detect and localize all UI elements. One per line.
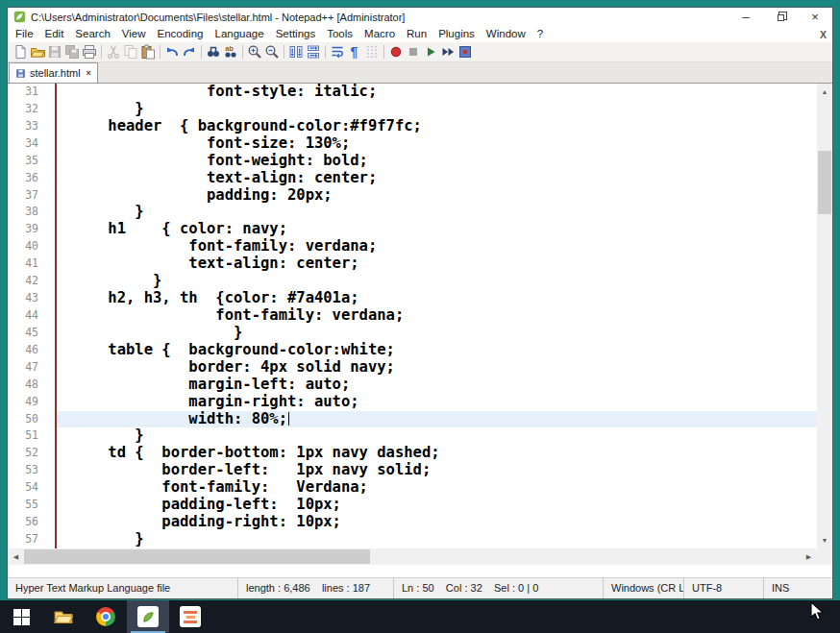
sync-horizontal-button[interactable] — [305, 43, 322, 61]
line-number[interactable]: 39 — [8, 221, 50, 238]
editor-area[interactable]: 3132333435363738394041424344454647484950… — [8, 84, 832, 548]
line-number[interactable]: 36 — [8, 170, 50, 187]
taskbar-file-explorer-button[interactable] — [42, 600, 85, 633]
word-wrap-button[interactable] — [329, 43, 346, 61]
line-number[interactable]: 45 — [8, 325, 50, 342]
line-number[interactable]: 52 — [8, 445, 50, 462]
menu-item-tools[interactable]: Tools — [321, 26, 358, 42]
line-number[interactable]: 54 — [8, 479, 50, 497]
notepadpp-icon — [137, 606, 159, 627]
run-macro-multi-button[interactable] — [439, 43, 457, 61]
line-number[interactable]: 35 — [8, 153, 50, 170]
menu-item-search[interactable]: Search — [69, 26, 115, 42]
taskbar-orange-document-button[interactable] — [169, 600, 211, 633]
code-line-text: padding: 20px; — [72, 186, 333, 204]
sync-vertical-icon — [288, 44, 304, 60]
menubar-close-doc-button[interactable]: X — [820, 29, 827, 40]
line-number[interactable]: 53 — [8, 462, 50, 479]
line-number[interactable]: 50 — [8, 411, 50, 428]
taskbar-start-button[interactable] — [0, 600, 42, 633]
line-number[interactable]: 33 — [8, 118, 50, 135]
line-number[interactable]: 49 — [8, 394, 50, 411]
taskbar-chrome-button[interactable] — [85, 600, 127, 633]
line-number[interactable]: 44 — [8, 307, 50, 325]
replace-button[interactable]: ab — [222, 43, 239, 61]
find-button[interactable] — [205, 43, 222, 61]
menu-item-run[interactable]: Run — [401, 26, 432, 42]
save-all-button — [63, 43, 81, 61]
line-number[interactable]: 40 — [8, 238, 50, 256]
line-number[interactable]: 48 — [8, 377, 50, 394]
open-button[interactable] — [29, 43, 46, 61]
redo-button[interactable] — [181, 43, 198, 61]
line-number[interactable]: 42 — [8, 273, 50, 290]
horizontal-scroll-thumb[interactable] — [24, 549, 370, 564]
status-cursor-position: Ln : 50 Col : 32 Sel : 0 | 0 — [394, 578, 604, 598]
scroll-down-arrow-icon[interactable]: ▼ — [817, 532, 832, 548]
minimize-button[interactable]: – — [729, 8, 763, 26]
status-insert-mode[interactable]: INS — [764, 578, 832, 598]
code-line-text: h1 { color: navy; — [72, 220, 287, 237]
scroll-up-arrow-icon[interactable]: ▲ — [817, 84, 832, 100]
line-number[interactable]: 56 — [8, 514, 50, 531]
line-number[interactable]: 55 — [8, 497, 50, 514]
taskbar-notepad-plus-plus-button[interactable] — [127, 600, 169, 633]
play-macro-button[interactable] — [422, 43, 439, 61]
vertical-scrollbar[interactable]: ▲ ▼ — [817, 84, 832, 548]
paste-button[interactable] — [139, 43, 157, 61]
save-macro-button[interactable] — [457, 43, 474, 61]
line-number[interactable]: 51 — [8, 427, 50, 445]
copy-button — [122, 43, 139, 61]
menu-item-encoding[interactable]: Encoding — [152, 26, 210, 42]
show-all-chars-button[interactable]: ¶ — [346, 43, 363, 61]
line-number[interactable]: 43 — [8, 290, 50, 307]
zoom-in-button[interactable] — [246, 43, 263, 61]
indent-guide-button[interactable] — [363, 43, 381, 61]
line-number[interactable]: 32 — [8, 101, 50, 118]
sync-vertical-button[interactable] — [287, 43, 305, 61]
horizontal-scrollbar[interactable]: ◀ ▶ — [8, 548, 817, 565]
new-file-button[interactable] — [12, 43, 29, 61]
line-number[interactable]: 34 — [8, 135, 50, 153]
file-explorer-icon — [54, 607, 73, 626]
menu-item-view[interactable]: View — [116, 26, 152, 42]
menu-item-help[interactable]: ? — [531, 26, 549, 42]
status-encoding[interactable]: UTF-8 — [684, 578, 764, 598]
zoom-out-button[interactable] — [263, 43, 281, 61]
stop-macro-button — [405, 43, 422, 61]
menu-item-plugins[interactable]: Plugins — [432, 26, 481, 42]
menu-item-macro[interactable]: Macro — [358, 26, 401, 42]
code-line-32: } — [57, 101, 817, 118]
window-controls: – × — [729, 8, 832, 26]
line-number[interactable]: 31 — [8, 84, 50, 101]
vertical-scroll-thumb[interactable] — [818, 151, 831, 214]
code-line-text: padding-left: 10px; — [72, 496, 341, 513]
code-line-text: border-left: 1px navy solid; — [72, 461, 431, 478]
line-number[interactable]: 46 — [8, 342, 50, 359]
restore-button[interactable] — [763, 8, 798, 26]
line-number[interactable]: 41 — [8, 256, 50, 273]
menu-item-language[interactable]: Language — [209, 26, 269, 42]
find-icon — [206, 44, 221, 60]
status-eol-format[interactable]: Windows (CR LF) — [604, 578, 684, 598]
close-button[interactable]: × — [798, 8, 832, 26]
menu-item-window[interactable]: Window — [481, 26, 531, 42]
line-number[interactable]: 57 — [8, 531, 50, 548]
line-number[interactable]: 37 — [8, 187, 50, 205]
code-line-text: margin-right: auto; — [72, 393, 359, 410]
print-button[interactable] — [81, 43, 98, 61]
tab-bar: stellar.html × — [8, 62, 832, 84]
code-line-33: header { background-color:#f9f7fc; — [57, 118, 817, 135]
code-text-area[interactable]: font-style: italic; } header { backgroun… — [57, 84, 817, 548]
menu-item-file[interactable]: File — [10, 26, 39, 42]
undo-button[interactable] — [163, 43, 181, 61]
tab-stellar-html[interactable]: stellar.html × — [9, 62, 98, 83]
scroll-left-arrow-icon[interactable]: ◀ — [8, 548, 24, 565]
line-number[interactable]: 47 — [8, 359, 50, 377]
scroll-right-arrow-icon[interactable]: ▶ — [801, 548, 817, 565]
tab-close-icon[interactable]: × — [86, 68, 91, 78]
record-macro-button[interactable] — [387, 43, 405, 61]
menu-item-settings[interactable]: Settings — [270, 26, 322, 42]
line-number[interactable]: 38 — [8, 204, 50, 221]
menu-item-edit[interactable]: Edit — [39, 26, 70, 42]
